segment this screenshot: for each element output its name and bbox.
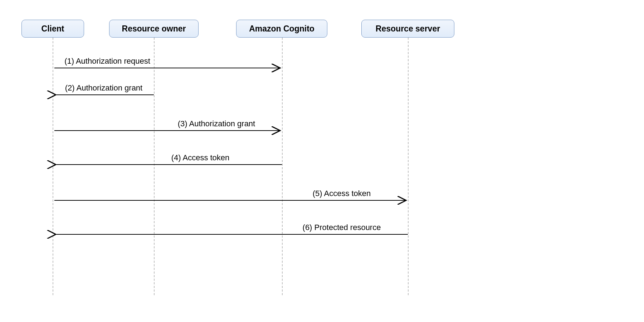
lifeline-owner (154, 38, 155, 295)
participant-resource-server: Resource server (361, 20, 454, 38)
message-label-m1: (1) Authorization request (64, 57, 150, 66)
sequence-arrows (0, 0, 644, 322)
message-label-m2: (2) Authorization grant (65, 83, 142, 93)
lifeline-server (408, 38, 409, 295)
message-label-m6: (6) Protected resource (303, 223, 381, 232)
lifeline-cognito (282, 38, 283, 295)
participant-label: Resource owner (122, 24, 186, 34)
participant-client: Client (21, 20, 84, 38)
participant-label: Amazon Cognito (249, 24, 314, 34)
participant-amazon-cognito: Amazon Cognito (236, 20, 327, 38)
participant-label: Client (42, 24, 64, 34)
lifeline-client (53, 38, 53, 295)
message-label-m4: (4) Access token (171, 153, 230, 162)
message-label-m3: (3) Authorization grant (178, 119, 255, 128)
message-label-m5: (5) Access token (313, 189, 371, 198)
participant-label: Resource server (376, 24, 440, 34)
participant-resource-owner: Resource owner (109, 20, 199, 38)
